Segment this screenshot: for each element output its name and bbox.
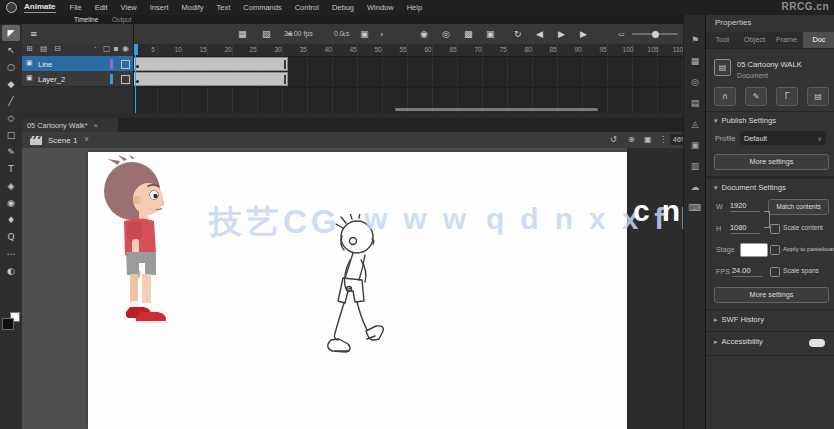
panel-tab[interactable]: Timeline — [74, 16, 98, 23]
timeline-hscrollbar[interactable] — [395, 108, 598, 111]
scale-content-checkbox[interactable] — [770, 224, 780, 234]
layers-action-button[interactable]: ▤ — [807, 87, 829, 106]
edit-scene-icon[interactable]: ↺ — [610, 135, 617, 144]
menu-item[interactable]: Control — [295, 3, 319, 12]
properties-tab[interactable]: Frame — [771, 32, 803, 48]
zoom-tool-icon[interactable]: Q — [2, 229, 20, 245]
menu-item[interactable]: Edit — [95, 3, 108, 12]
edit-action-button[interactable]: ✎ — [745, 87, 767, 106]
timeline-zoom-slider[interactable] — [632, 33, 678, 35]
stage-color-swatch[interactable] — [740, 243, 768, 257]
document-settings-header[interactable]: ▾Document Settings — [714, 183, 786, 192]
layer-name[interactable]: Layer_2 — [38, 75, 65, 84]
animate-logo-icon[interactable] — [6, 2, 17, 13]
edit-symbols-icon[interactable]: ▣ — [644, 135, 652, 144]
accessibility-header[interactable]: ▸Accessibility — [714, 337, 763, 346]
frames-area[interactable]: 5101520253035404550556065707580859095100… — [133, 44, 683, 113]
pasteboard[interactable]: 技艺CG www qdnxxfb cn — [22, 148, 683, 429]
flag-panel-icon[interactable]: ⚑ — [684, 29, 706, 50]
ink-bottle-tool-icon[interactable]: ◉ — [2, 195, 20, 211]
properties-tab[interactable]: Tool — [706, 32, 738, 48]
menu-item[interactable]: View — [121, 3, 137, 12]
auto-keyframe-icon[interactable]: ▧ — [262, 28, 271, 40]
close-tab-icon[interactable]: × — [94, 121, 99, 130]
menu-item[interactable]: Commands — [243, 3, 281, 12]
menu-app-name[interactable]: Animate — [24, 2, 56, 13]
timeline-menu-icon[interactable]: ≡ — [30, 28, 38, 40]
info-panel-icon[interactable]: ▣ — [684, 134, 706, 155]
eraser-tool-icon[interactable]: ◇ — [2, 110, 20, 126]
line-tool-icon[interactable]: ╱ — [2, 93, 20, 109]
color-swatches-widget[interactable] — [2, 312, 20, 330]
scale-spans-checkbox[interactable] — [770, 267, 780, 277]
more-tools-icon[interactable]: ⋯ — [2, 246, 20, 262]
insert-frame-icon[interactable]: ▦ — [238, 28, 247, 40]
apply-pasteboard-checkbox[interactable] — [770, 245, 780, 255]
library-panel-icon[interactable]: ▤ — [684, 92, 706, 113]
outline-column-icon[interactable]: ▢ — [103, 44, 111, 53]
scene-chevron-icon[interactable]: ∨ — [84, 135, 89, 143]
width-field[interactable]: 1920 — [730, 201, 760, 212]
prev-frame-icon[interactable]: ‹ — [342, 28, 346, 40]
publish-settings-header[interactable]: ▾Publish Settings — [714, 116, 776, 125]
menu-item[interactable]: Insert — [150, 3, 169, 12]
menu-item[interactable]: Window — [367, 3, 394, 12]
clip-content-icon[interactable]: ⋮ — [659, 135, 667, 144]
custom-onion-icon[interactable]: ▣ — [486, 28, 495, 40]
menu-item[interactable]: Text — [217, 3, 231, 12]
height-field[interactable]: 1080 — [730, 223, 760, 234]
keyboard-panel-icon[interactable]: ⌨ — [684, 197, 706, 218]
next-frame-icon[interactable]: › — [380, 28, 384, 40]
menu-item[interactable]: File — [70, 3, 82, 12]
eyedropper-tool-icon[interactable]: ♦ — [2, 212, 20, 228]
publish-action-button[interactable]: ∩ — [714, 87, 736, 106]
accessibility-toggle[interactable] — [809, 339, 825, 347]
play-icon[interactable]: ▶ — [558, 28, 565, 40]
layer-outline-toggle[interactable] — [121, 75, 130, 84]
profile-select[interactable]: Default ∨ — [740, 131, 826, 145]
frame-span-layer1[interactable] — [133, 57, 288, 71]
delete-layer-button[interactable]: ⊟ — [54, 44, 61, 53]
fps-display[interactable]: 24.00 fps — [284, 30, 313, 37]
color-panel-icon[interactable]: ◎ — [684, 71, 706, 92]
camera-tool-icon[interactable]: ◐ — [2, 263, 20, 279]
step-back-icon[interactable]: ◀ — [536, 28, 543, 40]
align-panel-icon[interactable]: ◬ — [684, 113, 706, 134]
pen-tool-icon[interactable]: ✎ — [2, 144, 20, 160]
add-folder-button[interactable]: ▤ — [40, 44, 48, 53]
document-more-settings-button[interactable]: More settings — [714, 287, 829, 303]
text-tool-icon[interactable]: T — [2, 161, 20, 177]
properties-tab[interactable]: Doc — [803, 32, 834, 48]
frame-span-layer2[interactable] — [133, 72, 288, 86]
center-stage-icon[interactable]: ⊕ — [628, 135, 635, 144]
brush-library-panel-icon[interactable]: ▥ — [684, 155, 706, 176]
loop-icon[interactable]: ↻ — [514, 28, 522, 40]
menu-item[interactable]: Help — [407, 3, 422, 12]
selection-tool-icon[interactable]: ◤ — [2, 25, 20, 41]
onion-skin-icon[interactable]: ◉ — [420, 28, 428, 40]
Line[interactable]: ▣ Line — [22, 56, 133, 72]
layer-outline-toggle[interactable] — [121, 60, 130, 69]
properties-tab[interactable]: Object — [738, 32, 770, 48]
center-frame-icon[interactable]: ▣ — [360, 28, 369, 40]
document-tab[interactable]: 05 Cartoony Walk* × — [22, 118, 118, 132]
colored-character[interactable] — [90, 155, 176, 337]
timeline-zoom-knob[interactable] — [652, 31, 659, 38]
visibility-column-icon[interactable]: ◉ — [122, 44, 129, 53]
subselection-tool-icon[interactable]: ↖ — [2, 42, 20, 58]
step-forward-icon[interactable]: ▶ — [580, 28, 587, 40]
swf-history-header[interactable]: ▸SWF History — [714, 315, 764, 324]
scene-name[interactable]: Scene 1 — [48, 136, 77, 145]
panel-tab[interactable]: Output — [112, 16, 132, 23]
rectangle-tool-icon[interactable]: □ — [2, 127, 20, 143]
layer-name[interactable]: Line — [38, 60, 52, 69]
frame-size-small-icon[interactable]: ▭ — [618, 28, 625, 40]
add-layer-button[interactable]: ⊞ — [26, 44, 33, 53]
menu-item[interactable]: Modify — [181, 3, 203, 12]
match-contents-button[interactable]: Match contents — [768, 199, 829, 215]
stage-canvas[interactable]: 技艺CG www qdnxxfb — [88, 152, 627, 429]
lock-column-icon[interactable]: ▪ — [113, 44, 118, 53]
publish-more-settings-button[interactable]: More settings — [714, 154, 829, 170]
brush-tool-icon[interactable]: ◆ — [2, 76, 20, 92]
edit-multiple-frames-icon[interactable]: ▩ — [464, 28, 473, 40]
